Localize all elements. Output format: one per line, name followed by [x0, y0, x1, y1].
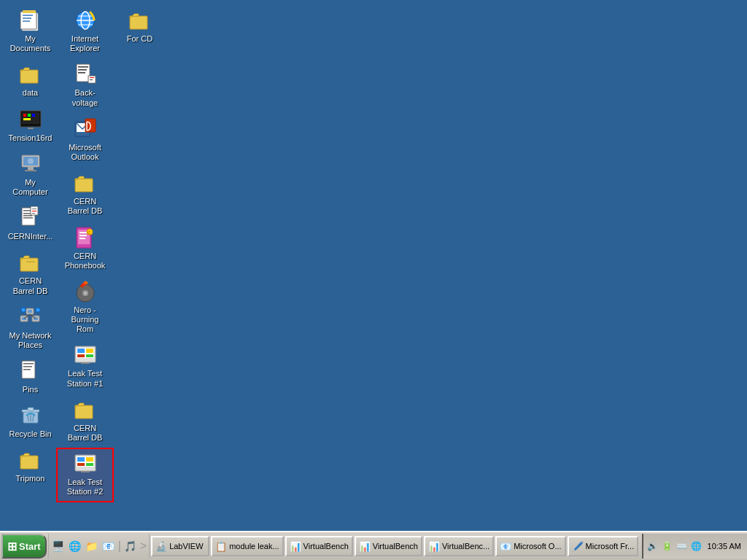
taskbar-microsoft-fr-icon: 🖊️: [572, 541, 584, 552]
start-button[interactable]: ⊞ Start: [1, 534, 47, 559]
taskbar-divider2: >: [140, 540, 147, 553]
microsoft-outlook-label: Microsoft Outlook: [61, 142, 109, 163]
icon-cern-barrel-db3[interactable]: CERN Barrel DB: [58, 395, 112, 446]
icon-my-computer[interactable]: My Computer: [3, 149, 58, 201]
icon-nero-burning-rom[interactable]: Nero - Burning Rom: [58, 277, 112, 338]
quick-outlook-icon[interactable]: 📧: [101, 538, 117, 554]
cern-phonebook-label: CERN Phonebook: [61, 251, 109, 271]
icon-microsoft-outlook[interactable]: Microsoft Outlook: [58, 114, 112, 166]
taskbar-virtualbench1-label: VirtualBench: [303, 542, 349, 551]
svg-rect-5: [23, 20, 30, 22]
cern-barrel-db1-label: CERN Barrel DB: [6, 276, 55, 296]
svg-rect-80: [86, 354, 93, 357]
icon-recycle-bin[interactable]: Recycle Bin: [3, 401, 58, 443]
recycle-bin-icon: [19, 404, 42, 427]
leak-test-2-icon: [74, 452, 97, 475]
my-network-icon: [19, 306, 42, 329]
icon-leak-test-1[interactable]: Leak Test Station #1: [58, 341, 112, 392]
icon-for-cd[interactable]: For CD: [112, 6, 167, 47]
icon-cern-barrel-db2[interactable]: CERN Barrel DB: [58, 168, 112, 219]
icon-tripmon[interactable]: Tripmon: [3, 446, 58, 487]
taskbar-virtualbench3[interactable]: 📊 VirtualBenc...: [424, 536, 494, 556]
internet-explorer-icon: [74, 9, 97, 32]
leak-test-1-label: Leak Test Station #1: [61, 368, 109, 389]
icon-back-voltage[interactable]: Back-voltage: [58, 60, 112, 111]
cern-barrel-db2-label: CERN Barrel DB: [61, 196, 109, 217]
system-clock: 10:35 AM: [705, 542, 744, 551]
svg-rect-6: [20, 70, 38, 83]
icon-tension16rd[interactable]: Tension16rd: [3, 105, 58, 147]
svg-rect-78: [86, 349, 93, 353]
taskbar-microsoft-fr[interactable]: 🖊️ Microsoft Fr...: [568, 536, 639, 556]
taskbar-virtualbench2[interactable]: 📊 VirtualBench: [355, 536, 422, 556]
taskbar-tray: 🔊 🔋 ⌨️ 🌐 10:35 AM: [642, 534, 747, 559]
svg-rect-77: [77, 349, 85, 353]
icon-internet-explorer[interactable]: Internet Explorer: [58, 6, 112, 57]
svg-rect-90: [130, 16, 147, 29]
icon-my-documents[interactable]: My Documents: [3, 6, 58, 57]
icon-pins[interactable]: Pins: [3, 357, 58, 398]
taskbar-module-leak-label: module leak...: [229, 542, 279, 551]
svg-rect-54: [78, 66, 88, 68]
svg-rect-4: [23, 18, 31, 19]
pins-label: Pins: [21, 384, 39, 395]
icon-cerninter[interactable]: CERNInter...: [3, 203, 58, 245]
my-computer-icon: [19, 152, 42, 176]
svg-rect-59: [90, 79, 93, 80]
svg-point-39: [36, 308, 40, 312]
taskbar-labview[interactable]: 🔬 LabVIEW: [151, 536, 209, 556]
svg-rect-47: [20, 456, 38, 469]
recycle-bin-label: Recycle Bin: [7, 429, 53, 440]
tray-volume-icon[interactable]: 🔋: [661, 540, 674, 553]
back-voltage-icon: [74, 63, 97, 86]
for-cd-label: For CD: [125, 34, 154, 44]
icon-cern-phonebook[interactable]: C CERN Phonebook: [58, 223, 112, 274]
taskbar-virtualbench1[interactable]: 📊 VirtualBench: [285, 536, 353, 556]
svg-rect-89: [81, 471, 90, 472]
cern-phonebook-icon: C: [74, 226, 97, 249]
windows-logo-icon: ⊞: [7, 540, 17, 553]
quick-folder-icon[interactable]: 📁: [84, 538, 100, 554]
my-documents-label: My Documents: [6, 34, 55, 54]
nero-burning-rom-label: Nero - Burning Rom: [61, 305, 109, 335]
svg-point-74: [84, 292, 86, 294]
taskbar-microsoft-fr-label: Microsoft Fr...: [586, 542, 635, 551]
quick-desktop-icon[interactable]: 🖥️: [50, 538, 66, 554]
svg-rect-16: [28, 167, 34, 170]
taskbar-virtualbench3-label: VirtualBenc...: [442, 542, 489, 551]
my-documents-icon: [19, 9, 42, 32]
svg-rect-85: [77, 457, 85, 462]
tray-icon-4[interactable]: 🌐: [690, 540, 703, 553]
leak-test-2-label: Leak Test Station #2: [61, 477, 109, 497]
icon-leak-test-2[interactable]: Leak Test Station #2: [58, 449, 112, 500]
tray-network-icon[interactable]: 🔊: [646, 540, 659, 553]
taskbar-microsoft-o[interactable]: 📧 Microsoft O...: [495, 536, 565, 556]
cerninter-label: CERNInter...: [7, 231, 55, 242]
taskbar: ⊞ Start 🖥️ 🌐 📁 📧 | 🎵 > 🔬 LabVIEW 📋 modul…: [0, 531, 747, 560]
icon-data[interactable]: data: [3, 60, 58, 101]
svg-rect-10: [28, 114, 31, 117]
icon-cern-barrel-db1[interactable]: CERN Barrel DB: [3, 248, 58, 299]
tripmon-icon: [19, 448, 42, 472]
tray-icon-3[interactable]: ⌨️: [676, 540, 689, 553]
svg-rect-42: [23, 366, 32, 368]
tension16rd-icon: [19, 108, 42, 131]
pins-icon: [19, 359, 42, 383]
svg-rect-68: [80, 235, 87, 236]
taskbar-virtualbench1-icon: 📊: [290, 541, 301, 552]
svg-rect-26: [32, 211, 36, 211]
taskbar-microsoft-o-label: Microsoft O...: [514, 542, 561, 551]
svg-point-18: [28, 158, 34, 164]
svg-text:C: C: [88, 230, 91, 235]
my-computer-label: My Computer: [6, 177, 55, 198]
quick-ie-icon[interactable]: 🌐: [67, 538, 83, 554]
internet-explorer-label: Internet Explorer: [61, 34, 109, 54]
taskbar-module-leak[interactable]: 📋 module leak...: [211, 536, 283, 556]
quick-media-icon[interactable]: 🎵: [123, 538, 139, 554]
taskbar-labview-label: LabVIEW: [169, 542, 203, 551]
svg-rect-27: [32, 213, 35, 214]
svg-rect-35: [28, 310, 32, 313]
svg-rect-9: [23, 114, 26, 117]
svg-rect-81: [81, 362, 90, 364]
icon-my-network[interactable]: My Network Places: [3, 303, 58, 354]
